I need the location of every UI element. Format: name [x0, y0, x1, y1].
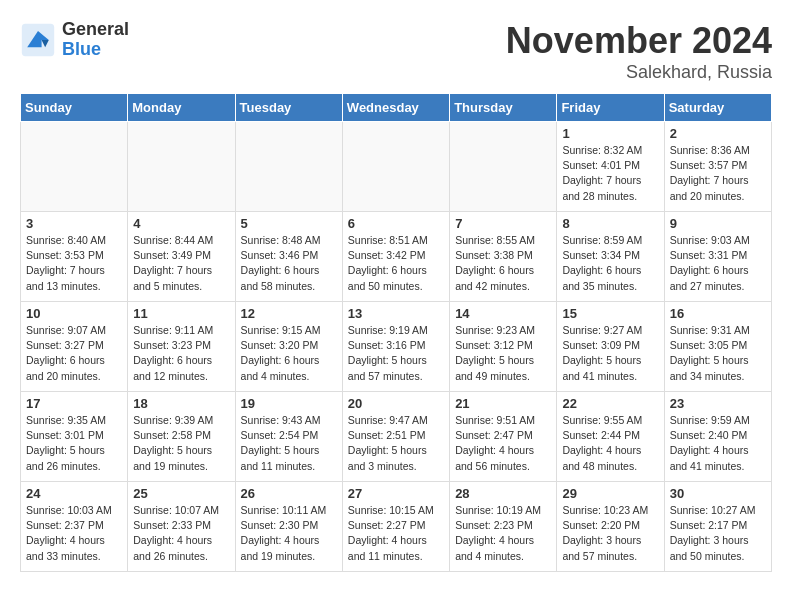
day-info: Sunrise: 10:19 AM Sunset: 2:23 PM Daylig…: [455, 503, 551, 564]
day-info: Sunrise: 9:47 AM Sunset: 2:51 PM Dayligh…: [348, 413, 444, 474]
day-number: 14: [455, 306, 551, 321]
calendar-cell: 8Sunrise: 8:59 AM Sunset: 3:34 PM Daylig…: [557, 212, 664, 302]
day-info: Sunrise: 10:03 AM Sunset: 2:37 PM Daylig…: [26, 503, 122, 564]
day-info: Sunrise: 9:27 AM Sunset: 3:09 PM Dayligh…: [562, 323, 658, 384]
day-number: 3: [26, 216, 122, 231]
calendar-cell: 29Sunrise: 10:23 AM Sunset: 2:20 PM Dayl…: [557, 482, 664, 572]
day-info: Sunrise: 10:11 AM Sunset: 2:30 PM Daylig…: [241, 503, 337, 564]
day-number: 26: [241, 486, 337, 501]
calendar-cell: [450, 122, 557, 212]
calendar-cell: 3Sunrise: 8:40 AM Sunset: 3:53 PM Daylig…: [21, 212, 128, 302]
week-row-1: 3Sunrise: 8:40 AM Sunset: 3:53 PM Daylig…: [21, 212, 772, 302]
day-info: Sunrise: 8:36 AM Sunset: 3:57 PM Dayligh…: [670, 143, 766, 204]
day-number: 17: [26, 396, 122, 411]
calendar-cell: 26Sunrise: 10:11 AM Sunset: 2:30 PM Dayl…: [235, 482, 342, 572]
calendar-cell: 23Sunrise: 9:59 AM Sunset: 2:40 PM Dayli…: [664, 392, 771, 482]
calendar-cell: 1Sunrise: 8:32 AM Sunset: 4:01 PM Daylig…: [557, 122, 664, 212]
day-number: 27: [348, 486, 444, 501]
day-info: Sunrise: 10:27 AM Sunset: 2:17 PM Daylig…: [670, 503, 766, 564]
day-info: Sunrise: 9:19 AM Sunset: 3:16 PM Dayligh…: [348, 323, 444, 384]
header-row: SundayMondayTuesdayWednesdayThursdayFrid…: [21, 94, 772, 122]
day-info: Sunrise: 10:15 AM Sunset: 2:27 PM Daylig…: [348, 503, 444, 564]
day-number: 9: [670, 216, 766, 231]
day-info: Sunrise: 9:31 AM Sunset: 3:05 PM Dayligh…: [670, 323, 766, 384]
day-number: 28: [455, 486, 551, 501]
day-number: 11: [133, 306, 229, 321]
week-row-4: 24Sunrise: 10:03 AM Sunset: 2:37 PM Dayl…: [21, 482, 772, 572]
calendar-cell: 13Sunrise: 9:19 AM Sunset: 3:16 PM Dayli…: [342, 302, 449, 392]
calendar-cell: 19Sunrise: 9:43 AM Sunset: 2:54 PM Dayli…: [235, 392, 342, 482]
calendar-cell: 10Sunrise: 9:07 AM Sunset: 3:27 PM Dayli…: [21, 302, 128, 392]
calendar-cell: 11Sunrise: 9:11 AM Sunset: 3:23 PM Dayli…: [128, 302, 235, 392]
logo: General Blue: [20, 20, 129, 60]
calendar-cell: 20Sunrise: 9:47 AM Sunset: 2:51 PM Dayli…: [342, 392, 449, 482]
calendar-cell: 2Sunrise: 8:36 AM Sunset: 3:57 PM Daylig…: [664, 122, 771, 212]
day-number: 30: [670, 486, 766, 501]
calendar-cell: 28Sunrise: 10:19 AM Sunset: 2:23 PM Dayl…: [450, 482, 557, 572]
day-info: Sunrise: 10:23 AM Sunset: 2:20 PM Daylig…: [562, 503, 658, 564]
day-info: Sunrise: 8:48 AM Sunset: 3:46 PM Dayligh…: [241, 233, 337, 294]
day-number: 10: [26, 306, 122, 321]
day-number: 29: [562, 486, 658, 501]
day-info: Sunrise: 9:15 AM Sunset: 3:20 PM Dayligh…: [241, 323, 337, 384]
day-number: 20: [348, 396, 444, 411]
day-number: 7: [455, 216, 551, 231]
calendar-cell: [128, 122, 235, 212]
day-number: 23: [670, 396, 766, 411]
day-info: Sunrise: 8:32 AM Sunset: 4:01 PM Dayligh…: [562, 143, 658, 204]
day-number: 5: [241, 216, 337, 231]
day-info: Sunrise: 9:11 AM Sunset: 3:23 PM Dayligh…: [133, 323, 229, 384]
calendar-cell: 21Sunrise: 9:51 AM Sunset: 2:47 PM Dayli…: [450, 392, 557, 482]
day-number: 15: [562, 306, 658, 321]
calendar-cell: 25Sunrise: 10:07 AM Sunset: 2:33 PM Dayl…: [128, 482, 235, 572]
day-number: 2: [670, 126, 766, 141]
week-row-3: 17Sunrise: 9:35 AM Sunset: 3:01 PM Dayli…: [21, 392, 772, 482]
day-info: Sunrise: 9:39 AM Sunset: 2:58 PM Dayligh…: [133, 413, 229, 474]
calendar-body: 1Sunrise: 8:32 AM Sunset: 4:01 PM Daylig…: [21, 122, 772, 572]
calendar-cell: 18Sunrise: 9:39 AM Sunset: 2:58 PM Dayli…: [128, 392, 235, 482]
day-info: Sunrise: 8:40 AM Sunset: 3:53 PM Dayligh…: [26, 233, 122, 294]
day-number: 24: [26, 486, 122, 501]
calendar-cell: 9Sunrise: 9:03 AM Sunset: 3:31 PM Daylig…: [664, 212, 771, 302]
header-wednesday: Wednesday: [342, 94, 449, 122]
day-number: 22: [562, 396, 658, 411]
logo-blue: Blue: [62, 40, 129, 60]
day-number: 13: [348, 306, 444, 321]
calendar-cell: 7Sunrise: 8:55 AM Sunset: 3:38 PM Daylig…: [450, 212, 557, 302]
day-number: 12: [241, 306, 337, 321]
calendar-table: SundayMondayTuesdayWednesdayThursdayFrid…: [20, 93, 772, 572]
day-info: Sunrise: 9:43 AM Sunset: 2:54 PM Dayligh…: [241, 413, 337, 474]
day-number: 21: [455, 396, 551, 411]
day-number: 18: [133, 396, 229, 411]
calendar-cell: [342, 122, 449, 212]
logo-text: General Blue: [62, 20, 129, 60]
day-number: 6: [348, 216, 444, 231]
header-tuesday: Tuesday: [235, 94, 342, 122]
day-info: Sunrise: 9:07 AM Sunset: 3:27 PM Dayligh…: [26, 323, 122, 384]
month-title: November 2024: [506, 20, 772, 62]
day-number: 16: [670, 306, 766, 321]
page-header: General Blue November 2024 Salekhard, Ru…: [20, 20, 772, 83]
day-number: 1: [562, 126, 658, 141]
location-title: Salekhard, Russia: [506, 62, 772, 83]
calendar-cell: 15Sunrise: 9:27 AM Sunset: 3:09 PM Dayli…: [557, 302, 664, 392]
day-info: Sunrise: 9:59 AM Sunset: 2:40 PM Dayligh…: [670, 413, 766, 474]
calendar-cell: 12Sunrise: 9:15 AM Sunset: 3:20 PM Dayli…: [235, 302, 342, 392]
calendar-header: SundayMondayTuesdayWednesdayThursdayFrid…: [21, 94, 772, 122]
day-info: Sunrise: 10:07 AM Sunset: 2:33 PM Daylig…: [133, 503, 229, 564]
calendar-cell: 27Sunrise: 10:15 AM Sunset: 2:27 PM Dayl…: [342, 482, 449, 572]
calendar-cell: 30Sunrise: 10:27 AM Sunset: 2:17 PM Dayl…: [664, 482, 771, 572]
calendar-cell: 4Sunrise: 8:44 AM Sunset: 3:49 PM Daylig…: [128, 212, 235, 302]
calendar-cell: 22Sunrise: 9:55 AM Sunset: 2:44 PM Dayli…: [557, 392, 664, 482]
day-number: 4: [133, 216, 229, 231]
calendar-cell: 5Sunrise: 8:48 AM Sunset: 3:46 PM Daylig…: [235, 212, 342, 302]
day-number: 19: [241, 396, 337, 411]
calendar-cell: 17Sunrise: 9:35 AM Sunset: 3:01 PM Dayli…: [21, 392, 128, 482]
calendar-cell: 6Sunrise: 8:51 AM Sunset: 3:42 PM Daylig…: [342, 212, 449, 302]
header-friday: Friday: [557, 94, 664, 122]
week-row-0: 1Sunrise: 8:32 AM Sunset: 4:01 PM Daylig…: [21, 122, 772, 212]
day-info: Sunrise: 9:55 AM Sunset: 2:44 PM Dayligh…: [562, 413, 658, 474]
day-number: 25: [133, 486, 229, 501]
day-info: Sunrise: 8:59 AM Sunset: 3:34 PM Dayligh…: [562, 233, 658, 294]
day-info: Sunrise: 9:23 AM Sunset: 3:12 PM Dayligh…: [455, 323, 551, 384]
